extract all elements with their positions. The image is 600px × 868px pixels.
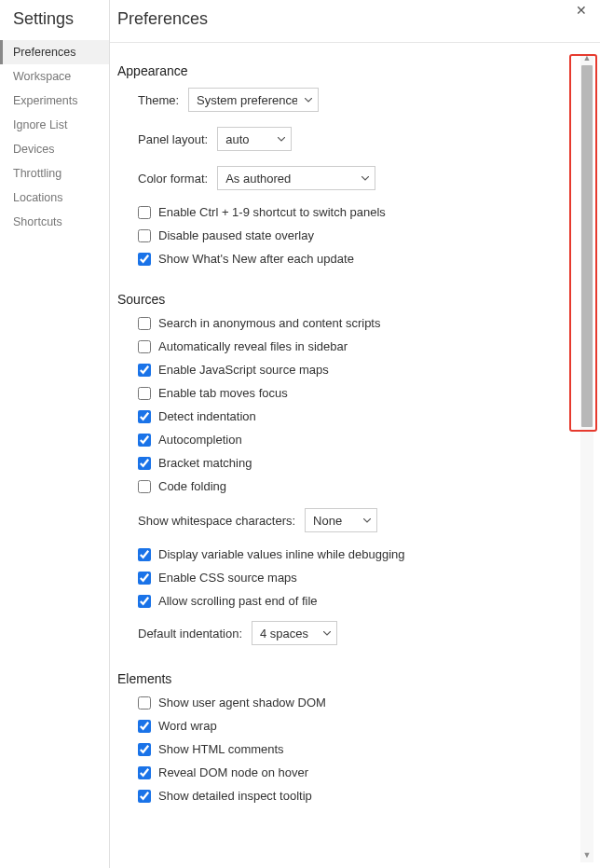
elements-check-label: Word wrap bbox=[158, 719, 217, 733]
sources-check-label: Code folding bbox=[158, 479, 226, 493]
scrollbar[interactable]: ▲ ▼ bbox=[580, 54, 593, 862]
sources-check-label: Display variable values inline while deb… bbox=[158, 547, 405, 561]
elements-check-row: Reveal DOM node on hover bbox=[138, 765, 600, 779]
sidebar: Settings PreferencesWorkspaceExperiments… bbox=[0, 0, 110, 868]
sources-check-label: Autocompletion bbox=[158, 433, 242, 447]
sidebar-item-ignore-list[interactable]: Ignore List bbox=[0, 113, 109, 137]
scroll-up-icon[interactable]: ▲ bbox=[580, 54, 593, 65]
sources-check-row: Detect indentation bbox=[138, 409, 600, 423]
sources-check-row: Autocompletion bbox=[138, 433, 600, 447]
appearance-check-label: Enable Ctrl + 1-9 shortcut to switch pan… bbox=[158, 205, 386, 219]
content-area: Appearance Theme: System preference Pane… bbox=[110, 43, 600, 864]
sources-check-label: Search in anonymous and content scripts bbox=[158, 316, 380, 330]
theme-label: Theme: bbox=[138, 93, 179, 107]
page-title: Preferences bbox=[110, 0, 600, 43]
sources-check-label: Enable tab moves focus bbox=[158, 386, 288, 400]
elements-check-label: Show detailed inspect tooltip bbox=[158, 789, 312, 803]
sources-check-checkbox[interactable] bbox=[138, 317, 151, 330]
elements-check-checkbox[interactable] bbox=[138, 720, 151, 733]
sources-check-row: Enable tab moves focus bbox=[138, 386, 600, 400]
sources-check-checkbox[interactable] bbox=[138, 364, 151, 377]
indent-label: Default indentation: bbox=[138, 627, 242, 641]
sidebar-title: Settings bbox=[0, 7, 109, 40]
appearance-check-checkbox[interactable] bbox=[138, 229, 151, 242]
scroll-down-icon[interactable]: ▼ bbox=[580, 851, 593, 862]
theme-select[interactable]: System preference bbox=[188, 88, 319, 112]
close-icon[interactable]: ✕ bbox=[576, 4, 587, 17]
sources-check-checkbox[interactable] bbox=[138, 572, 151, 585]
sources-check-checkbox[interactable] bbox=[138, 595, 151, 608]
elements-check-row: Show detailed inspect tooltip bbox=[138, 789, 600, 803]
sidebar-item-experiments[interactable]: Experiments bbox=[0, 89, 109, 113]
elements-check-checkbox[interactable] bbox=[138, 790, 151, 803]
sidebar-item-preferences[interactable]: Preferences bbox=[0, 40, 109, 64]
appearance-check-row: Show What's New after each update bbox=[138, 252, 600, 266]
sidebar-item-throttling[interactable]: Throttling bbox=[0, 161, 109, 186]
sidebar-item-locations[interactable]: Locations bbox=[0, 186, 109, 210]
appearance-check-checkbox[interactable] bbox=[138, 253, 151, 266]
sources-check-checkbox[interactable] bbox=[138, 457, 151, 470]
sources-check-label: Bracket matching bbox=[158, 456, 252, 470]
elements-check-row: Show HTML comments bbox=[138, 742, 600, 756]
sources-check-checkbox[interactable] bbox=[138, 340, 151, 353]
appearance-check-checkbox[interactable] bbox=[138, 206, 151, 219]
sources-check-row: Allow scrolling past end of file bbox=[138, 594, 600, 608]
sources-check-checkbox[interactable] bbox=[138, 387, 151, 400]
appearance-check-row: Enable Ctrl + 1-9 shortcut to switch pan… bbox=[138, 205, 600, 219]
section-appearance: Appearance bbox=[117, 63, 600, 78]
sources-check-label: Automatically reveal files in sidebar bbox=[158, 339, 348, 353]
section-sources: Sources bbox=[117, 292, 600, 307]
sources-check-label: Enable JavaScript source maps bbox=[158, 363, 329, 377]
elements-check-row: Show user agent shadow DOM bbox=[138, 696, 600, 710]
elements-check-label: Reveal DOM node on hover bbox=[158, 765, 308, 779]
whitespace-select[interactable]: None bbox=[305, 508, 377, 532]
sources-check-row: Display variable values inline while deb… bbox=[138, 547, 600, 561]
elements-check-checkbox[interactable] bbox=[138, 696, 151, 710]
sources-check-label: Enable CSS source maps bbox=[158, 571, 297, 585]
sidebar-item-devices[interactable]: Devices bbox=[0, 137, 109, 161]
elements-check-row: Word wrap bbox=[138, 719, 600, 733]
elements-check-checkbox[interactable] bbox=[138, 766, 151, 779]
panel-layout-label: Panel layout: bbox=[138, 132, 208, 146]
sources-check-row: Enable JavaScript source maps bbox=[138, 363, 600, 377]
color-format-label: Color format: bbox=[138, 172, 208, 186]
scrollbar-track[interactable] bbox=[580, 65, 593, 851]
sources-check-label: Detect indentation bbox=[158, 409, 256, 423]
main-panel: ✕ Preferences Appearance Theme: System p… bbox=[110, 0, 600, 868]
indent-select[interactable]: 4 spaces bbox=[252, 621, 337, 645]
elements-check-checkbox[interactable] bbox=[138, 743, 151, 756]
sources-check-row: Code folding bbox=[138, 479, 600, 493]
sources-check-row: Search in anonymous and content scripts bbox=[138, 316, 600, 330]
color-format-select[interactable]: As authored bbox=[217, 166, 375, 190]
sources-check-row: Bracket matching bbox=[138, 456, 600, 470]
elements-check-label: Show HTML comments bbox=[158, 742, 284, 756]
panel-layout-select[interactable]: auto bbox=[217, 127, 292, 151]
sidebar-item-workspace[interactable]: Workspace bbox=[0, 64, 109, 89]
sources-check-checkbox[interactable] bbox=[138, 480, 151, 493]
sidebar-item-shortcuts[interactable]: Shortcuts bbox=[0, 210, 109, 234]
scrollbar-thumb[interactable] bbox=[581, 65, 593, 427]
sources-check-row: Enable CSS source maps bbox=[138, 571, 600, 585]
appearance-check-row: Disable paused state overlay bbox=[138, 228, 600, 242]
sources-check-label: Allow scrolling past end of file bbox=[158, 594, 318, 608]
sources-check-checkbox[interactable] bbox=[138, 548, 151, 561]
sources-check-checkbox[interactable] bbox=[138, 434, 151, 447]
sources-check-row: Automatically reveal files in sidebar bbox=[138, 339, 600, 353]
elements-check-label: Show user agent shadow DOM bbox=[158, 696, 326, 710]
whitespace-label: Show whitespace characters: bbox=[138, 514, 295, 528]
section-elements: Elements bbox=[117, 671, 600, 686]
appearance-check-label: Disable paused state overlay bbox=[158, 228, 314, 242]
appearance-check-label: Show What's New after each update bbox=[158, 252, 354, 266]
sources-check-checkbox[interactable] bbox=[138, 410, 151, 423]
